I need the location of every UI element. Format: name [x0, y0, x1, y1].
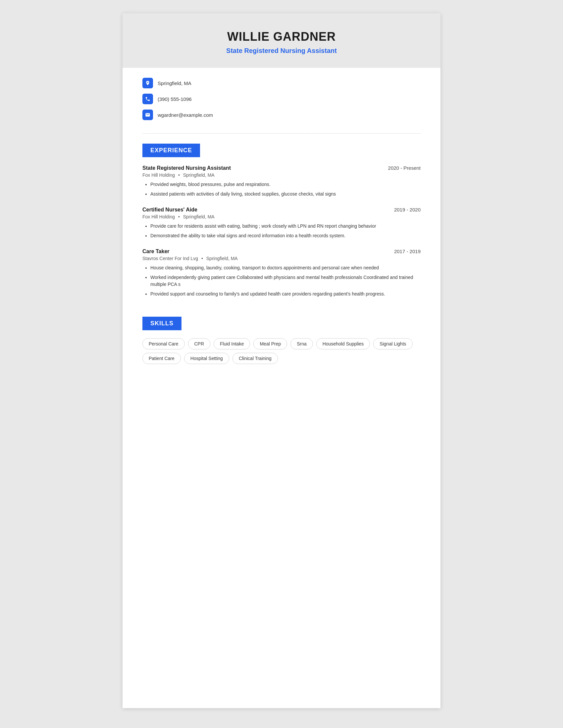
- job-title-3: Care Taker: [142, 249, 169, 254]
- phone-icon: [142, 94, 153, 104]
- skill-tag: Clinical Training: [232, 353, 278, 364]
- skill-tag: Signal Lights: [373, 338, 412, 349]
- email-icon: [142, 110, 153, 120]
- skill-tag: Fluid Intake: [213, 338, 250, 349]
- skills-section: SKILLS Personal CareCPRFluid IntakeMeal …: [122, 310, 441, 377]
- job-bullets-1: Provided weights, blood pressures, pulse…: [142, 181, 421, 198]
- bullet-item: House cleaning, shopping, laundry, cooki…: [150, 264, 421, 271]
- job-dates-2: 2019 - 2020: [394, 207, 421, 212]
- bullet-item: Provided weights, blood pressures, pulse…: [150, 181, 421, 188]
- bullet-item: Assisted patients with activities of dai…: [150, 191, 421, 198]
- bullet-item: Demonstrated the ability to take vital s…: [150, 232, 421, 239]
- job-title-1: State Registered Nursing Assistant: [142, 165, 231, 171]
- job-header-2: Certified Nurses' Aide 2019 - 2020: [142, 207, 421, 213]
- contact-phone: (390) 555-1096: [142, 94, 421, 104]
- contact-section: Springfield, MA (390) 555-1096 wgardner@…: [122, 68, 441, 127]
- divider: [142, 133, 421, 134]
- job-company-3: Stavros Center For Ind Lvg • Springfield…: [142, 256, 421, 261]
- bullet-item: Worked independently giving patient care…: [150, 274, 421, 288]
- experience-header: EXPERIENCE: [142, 144, 200, 157]
- skills-header: SKILLS: [142, 317, 181, 330]
- header-section: WILLIE GARDNER State Registered Nursing …: [122, 13, 441, 68]
- location-text: Springfield, MA: [158, 80, 191, 86]
- skills-tags: Personal CareCPRFluid IntakeMeal PrepSrn…: [142, 338, 421, 364]
- contact-email: wgardner@example.com: [142, 110, 421, 120]
- skill-tag: Household Supplies: [316, 338, 370, 349]
- skill-tag: Hospital Setting: [184, 353, 229, 364]
- resume-container: WILLIE GARDNER State Registered Nursing …: [122, 13, 441, 708]
- job-header-3: Care Taker 2017 - 2019: [142, 249, 421, 254]
- skill-tag: CPR: [188, 338, 211, 349]
- phone-text: (390) 555-1096: [158, 96, 192, 102]
- job-entry-2: Certified Nurses' Aide 2019 - 2020 Fox H…: [142, 207, 421, 239]
- skill-tag: Patient Care: [142, 353, 181, 364]
- job-company-1: Fox Hill Holding • Springfield, MA: [142, 172, 421, 178]
- job-bullets-3: House cleaning, shopping, laundry, cooki…: [142, 264, 421, 297]
- candidate-name: WILLIE GARDNER: [142, 30, 421, 44]
- job-header-1: State Registered Nursing Assistant 2020 …: [142, 165, 421, 171]
- job-company-2: Fox Hill Holding • Springfield, MA: [142, 214, 421, 219]
- candidate-title: State Registered Nursing Assistant: [142, 47, 421, 55]
- job-bullets-2: Provide care for residents assist with e…: [142, 223, 421, 239]
- job-title-2: Certified Nurses' Aide: [142, 207, 197, 213]
- skill-tag: Srna: [291, 338, 313, 349]
- bullet-item: Provided support and counseling to famil…: [150, 291, 421, 297]
- experience-section: EXPERIENCE State Registered Nursing Assi…: [122, 137, 441, 310]
- location-icon: [142, 78, 153, 88]
- email-text: wgardner@example.com: [158, 112, 213, 118]
- job-entry-1: State Registered Nursing Assistant 2020 …: [142, 165, 421, 198]
- job-entry-3: Care Taker 2017 - 2019 Stavros Center Fo…: [142, 249, 421, 297]
- bullet-item: Provide care for residents assist with e…: [150, 223, 421, 230]
- job-dates-3: 2017 - 2019: [394, 249, 421, 254]
- contact-location: Springfield, MA: [142, 78, 421, 88]
- skill-tag: Personal Care: [142, 338, 185, 349]
- skill-tag: Meal Prep: [253, 338, 287, 349]
- job-dates-1: 2020 - Present: [388, 165, 421, 171]
